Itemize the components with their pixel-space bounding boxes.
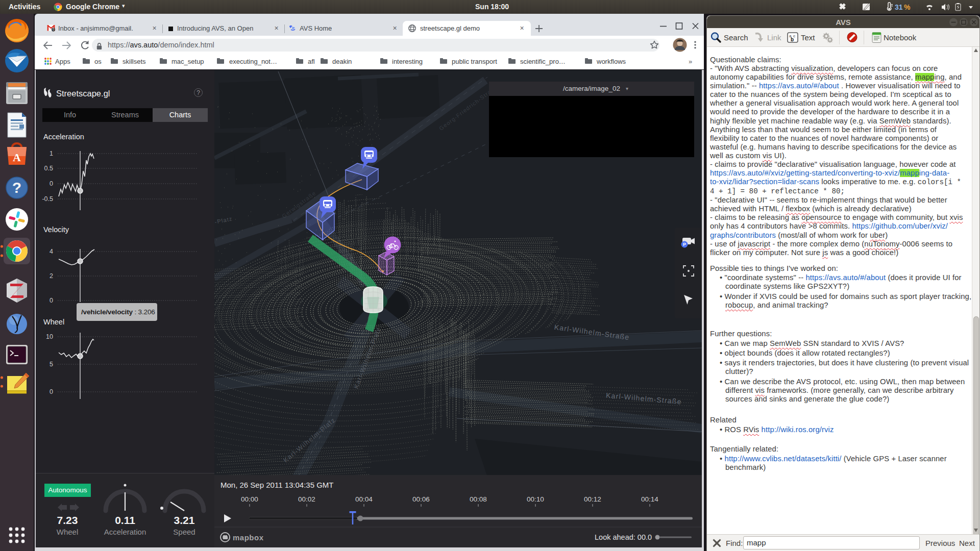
- svg-text:%: %: [904, 3, 911, 11]
- svg-text:?: ?: [12, 179, 21, 196]
- svg-text:31: 31: [895, 3, 903, 11]
- svg-text:b: b: [791, 37, 794, 42]
- svg-text:A: A: [13, 151, 21, 164]
- svg-text:mapbox: mapbox: [233, 533, 264, 542]
- svg-text:P: P: [683, 242, 686, 247]
- svg-text:Look ahead: 00.0: Look ahead: 00.0: [595, 533, 652, 541]
- svg-text:0: 0: [53, 28, 55, 31]
